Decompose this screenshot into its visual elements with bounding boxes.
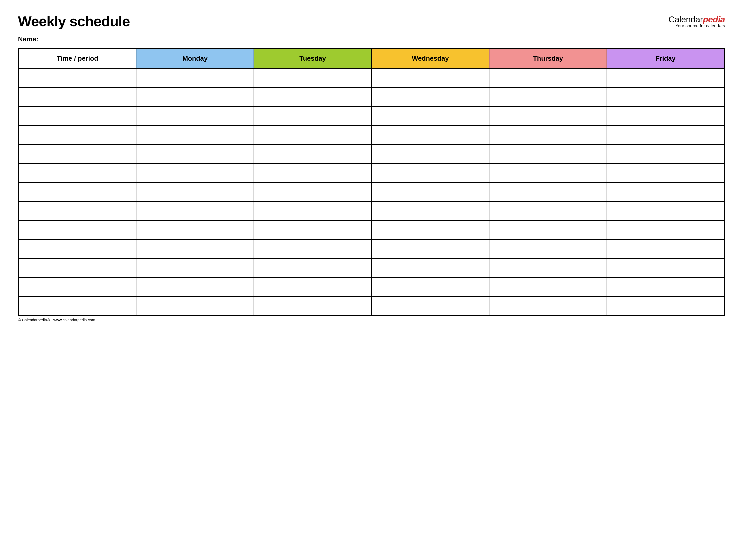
schedule-cell[interactable] [136,87,254,106]
schedule-cell[interactable] [372,106,489,125]
schedule-cell[interactable] [136,277,254,297]
schedule-cell[interactable] [254,220,372,240]
schedule-cell[interactable] [489,182,607,202]
time-cell[interactable] [18,240,136,259]
schedule-cell[interactable] [607,125,725,144]
schedule-cell[interactable] [136,106,254,125]
time-cell[interactable] [18,182,136,202]
schedule-cell[interactable] [607,202,725,220]
schedule-cell[interactable] [607,68,725,87]
time-cell[interactable] [18,144,136,164]
page-title: Weekly schedule [18,13,130,30]
schedule-cell[interactable] [489,87,607,106]
table-row [18,182,725,202]
schedule-cell[interactable] [489,259,607,277]
schedule-cell[interactable] [607,277,725,297]
schedule-cell[interactable] [254,68,372,87]
schedule-cell[interactable] [136,164,254,182]
schedule-cell[interactable] [372,240,489,259]
brand-name-accent: pedia [703,14,725,24]
col-header-tuesday: Tuesday [254,48,372,68]
table-row [18,277,725,297]
time-cell[interactable] [18,202,136,220]
schedule-cell[interactable] [136,182,254,202]
schedule-cell[interactable] [136,259,254,277]
schedule-cell[interactable] [254,125,372,144]
schedule-cell[interactable] [136,202,254,220]
time-cell[interactable] [18,259,136,277]
schedule-cell[interactable] [372,182,489,202]
schedule-cell[interactable] [254,182,372,202]
schedule-cell[interactable] [607,220,725,240]
schedule-cell[interactable] [254,144,372,164]
schedule-cell[interactable] [372,220,489,240]
schedule-cell[interactable] [607,144,725,164]
schedule-cell[interactable] [372,87,489,106]
schedule-cell[interactable] [136,125,254,144]
schedule-cell[interactable] [489,202,607,220]
schedule-cell[interactable] [372,259,489,277]
schedule-cell[interactable] [489,240,607,259]
col-header-monday: Monday [136,48,254,68]
schedule-cell[interactable] [489,68,607,87]
schedule-cell[interactable] [372,125,489,144]
schedule-cell[interactable] [607,259,725,277]
schedule-cell[interactable] [607,182,725,202]
table-row [18,87,725,106]
schedule-cell[interactable] [607,297,725,315]
time-cell[interactable] [18,220,136,240]
schedule-cell[interactable] [136,144,254,164]
table-row [18,220,725,240]
schedule-table: Time / period Monday Tuesday Wednesday T… [18,48,725,316]
schedule-cell[interactable] [489,297,607,315]
brand-block: Calendarpedia Your source for calendars [668,13,725,29]
schedule-cell[interactable] [607,164,725,182]
schedule-cell[interactable] [136,68,254,87]
table-row [18,297,725,315]
header-left: Weekly schedule Name: [18,13,130,43]
table-row [18,259,725,277]
time-cell[interactable] [18,68,136,87]
table-row [18,202,725,220]
schedule-cell[interactable] [136,297,254,315]
schedule-cell[interactable] [136,220,254,240]
schedule-cell[interactable] [254,202,372,220]
schedule-cell[interactable] [372,297,489,315]
schedule-body [18,68,725,315]
col-header-thursday: Thursday [489,48,607,68]
brand-name-prefix: Calendar [668,14,703,24]
time-cell[interactable] [18,164,136,182]
schedule-cell[interactable] [254,240,372,259]
schedule-cell[interactable] [489,277,607,297]
schedule-cell[interactable] [607,87,725,106]
header: Weekly schedule Name: Calendarpedia Your… [18,13,725,43]
schedule-cell[interactable] [489,220,607,240]
schedule-cell[interactable] [489,144,607,164]
schedule-cell[interactable] [489,164,607,182]
schedule-cell[interactable] [254,106,372,125]
schedule-cell[interactable] [489,125,607,144]
schedule-cell[interactable] [372,144,489,164]
brand-name: Calendarpedia [668,14,725,25]
schedule-cell[interactable] [254,87,372,106]
schedule-cell[interactable] [254,164,372,182]
schedule-cell[interactable] [489,106,607,125]
schedule-cell[interactable] [254,277,372,297]
schedule-cell[interactable] [607,240,725,259]
schedule-cell[interactable] [372,164,489,182]
time-cell[interactable] [18,297,136,315]
time-cell[interactable] [18,277,136,297]
schedule-cell[interactable] [372,277,489,297]
col-header-friday: Friday [607,48,725,68]
table-row [18,68,725,87]
schedule-cell[interactable] [372,202,489,220]
schedule-cell[interactable] [254,259,372,277]
time-cell[interactable] [18,106,136,125]
schedule-cell[interactable] [372,68,489,87]
schedule-cell[interactable] [607,106,725,125]
schedule-cell[interactable] [136,240,254,259]
brand-tagline: Your source for calendars [668,24,725,29]
schedule-cell[interactable] [254,297,372,315]
time-cell[interactable] [18,87,136,106]
time-cell[interactable] [18,125,136,144]
